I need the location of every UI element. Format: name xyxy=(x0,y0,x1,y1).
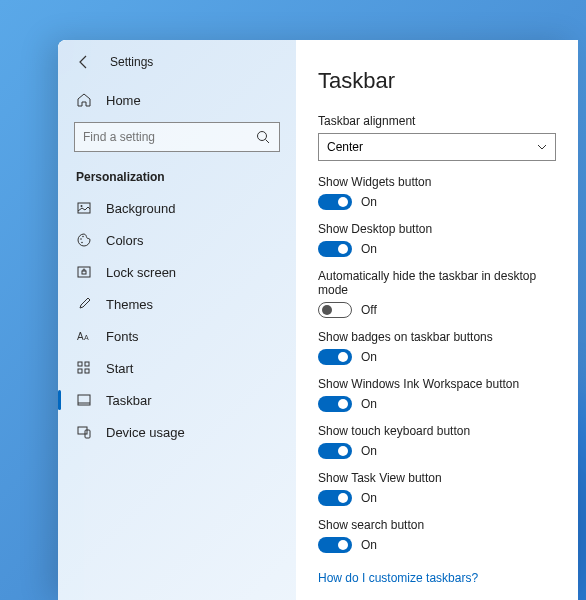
toggle-switch[interactable] xyxy=(318,537,352,553)
setting-toggle-row: Show Task View buttonOn xyxy=(318,471,556,506)
nav-item-lock-screen[interactable]: Lock screen xyxy=(58,256,296,288)
taskbar-icon xyxy=(76,392,92,408)
toggle-switch[interactable] xyxy=(318,349,352,365)
svg-point-0 xyxy=(258,132,267,141)
svg-line-1 xyxy=(266,140,270,144)
svg-point-3 xyxy=(81,205,83,207)
nav-item-device-usage[interactable]: Device usage xyxy=(58,416,296,448)
toggle-state: On xyxy=(361,491,377,505)
toggle-label: Show touch keyboard button xyxy=(318,424,556,438)
toggle-state: On xyxy=(361,350,377,364)
toggle-label: Show Widgets button xyxy=(318,175,556,189)
svg-text:A: A xyxy=(77,331,84,342)
toggle-switch[interactable] xyxy=(318,396,352,412)
toggle-switch[interactable] xyxy=(318,443,352,459)
nav-item-label: Start xyxy=(106,361,133,376)
toggle-state: On xyxy=(361,444,377,458)
nav-item-label: Themes xyxy=(106,297,153,312)
main-panel: Taskbar Taskbar alignment Center Show Wi… xyxy=(296,40,578,600)
alignment-value: Center xyxy=(327,140,363,154)
lock-icon xyxy=(76,264,92,280)
svg-text:A: A xyxy=(84,334,89,341)
home-icon xyxy=(76,92,92,108)
search-input[interactable] xyxy=(83,130,255,144)
help-link[interactable]: How do I customize taskbars? xyxy=(318,571,478,585)
nav-item-fonts[interactable]: AAFonts xyxy=(58,320,296,352)
header-title: Settings xyxy=(110,55,153,69)
setting-alignment: Taskbar alignment Center xyxy=(318,114,556,161)
setting-toggle-row: Show search buttonOn xyxy=(318,518,556,553)
nav-item-start[interactable]: Start xyxy=(58,352,296,384)
brush-icon xyxy=(76,296,92,312)
search-icon xyxy=(255,129,271,145)
setting-toggle-row: Automatically hide the taskbar in deskto… xyxy=(318,269,556,318)
settings-window: Settings Home Personalization Background… xyxy=(58,40,578,600)
nav-list: BackgroundColorsLock screenThemesAAFonts… xyxy=(58,192,296,448)
watermark-sub: 太平洋电脑网 xyxy=(524,565,578,578)
toggle-label: Show search button xyxy=(318,518,556,532)
setting-toggle-row: Show Desktop buttonOn xyxy=(318,222,556,257)
svg-rect-2 xyxy=(78,203,90,213)
setting-toggle-row: Show touch keyboard buttonOn xyxy=(318,424,556,459)
font-icon: AA xyxy=(76,328,92,344)
grid-icon xyxy=(76,360,92,376)
device-icon xyxy=(76,424,92,440)
nav-item-label: Colors xyxy=(106,233,144,248)
svg-rect-11 xyxy=(78,362,82,366)
toggle-list: Show Widgets buttonOnShow Desktop button… xyxy=(318,175,556,553)
toggle-label: Show badges on taskbar buttons xyxy=(318,330,556,344)
toggle-switch[interactable] xyxy=(318,194,352,210)
alignment-dropdown[interactable]: Center xyxy=(318,133,556,161)
nav-item-colors[interactable]: Colors xyxy=(58,224,296,256)
chevron-down-icon xyxy=(537,142,547,152)
watermark: PConline xyxy=(521,578,578,594)
image-icon xyxy=(76,200,92,216)
toggle-label: Automatically hide the taskbar in deskto… xyxy=(318,269,556,297)
nav-item-label: Background xyxy=(106,201,175,216)
toggle-switch[interactable] xyxy=(318,241,352,257)
nav-home-label: Home xyxy=(106,93,141,108)
nav-home[interactable]: Home xyxy=(58,84,296,116)
svg-point-5 xyxy=(82,236,84,238)
setting-toggle-row: Show badges on taskbar buttonsOn xyxy=(318,330,556,365)
toggle-state: On xyxy=(361,538,377,552)
nav-item-label: Lock screen xyxy=(106,265,176,280)
toggle-switch[interactable] xyxy=(318,490,352,506)
toggle-label: Show Windows Ink Workspace button xyxy=(318,377,556,391)
nav-item-background[interactable]: Background xyxy=(58,192,296,224)
section-title: Personalization xyxy=(58,164,296,192)
svg-rect-8 xyxy=(82,271,86,274)
alignment-label: Taskbar alignment xyxy=(318,114,556,128)
header: Settings xyxy=(58,54,296,84)
toggle-state: Off xyxy=(361,303,377,317)
sidebar: Settings Home Personalization Background… xyxy=(58,40,296,600)
svg-point-6 xyxy=(81,242,83,244)
toggle-state: On xyxy=(361,195,377,209)
svg-rect-14 xyxy=(85,369,89,373)
setting-toggle-row: Show Widgets buttonOn xyxy=(318,175,556,210)
nav-item-taskbar[interactable]: Taskbar xyxy=(58,384,296,416)
nav-item-label: Taskbar xyxy=(106,393,152,408)
search-box[interactable] xyxy=(74,122,280,152)
back-button[interactable] xyxy=(76,54,92,70)
nav-item-label: Fonts xyxy=(106,329,139,344)
toggle-state: On xyxy=(361,397,377,411)
svg-rect-12 xyxy=(85,362,89,366)
toggle-label: Show Task View button xyxy=(318,471,556,485)
svg-rect-13 xyxy=(78,369,82,373)
toggle-state: On xyxy=(361,242,377,256)
palette-icon xyxy=(76,232,92,248)
svg-point-4 xyxy=(80,238,82,240)
page-title: Taskbar xyxy=(318,68,556,94)
toggle-label: Show Desktop button xyxy=(318,222,556,236)
setting-toggle-row: Show Windows Ink Workspace buttonOn xyxy=(318,377,556,412)
nav-item-label: Device usage xyxy=(106,425,185,440)
nav-item-themes[interactable]: Themes xyxy=(58,288,296,320)
toggle-switch[interactable] xyxy=(318,302,352,318)
